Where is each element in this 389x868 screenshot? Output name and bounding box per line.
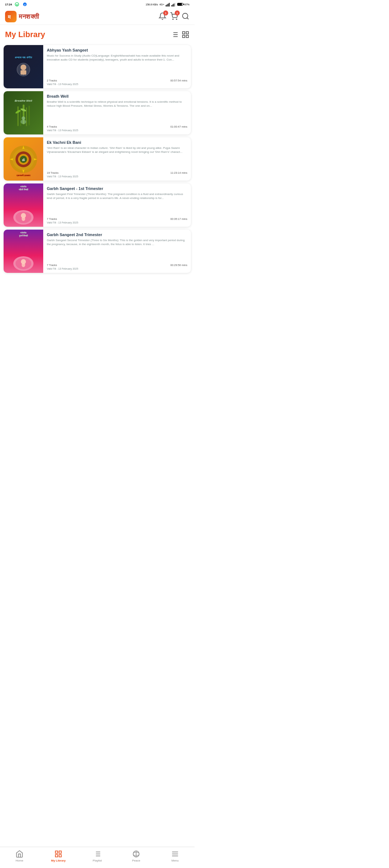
- time: 17:24: [5, 3, 12, 6]
- status-bar: 17:24 W f 158.8 KB/s 4G+ 87%: [0, 0, 194, 9]
- card-thumbnail-garbh2: गर्भसंगीतदुसरी तिमाही: [4, 230, 43, 273]
- card-title: Abhyas Yash Sangeet: [47, 48, 187, 52]
- library-card[interactable]: अभ्यास यश-संगीत ♪ Abhyas Yash Sangeet Mu…: [4, 45, 191, 88]
- svg-rect-10: [174, 4, 174, 6]
- library-card[interactable]: गर्भसंगीतदुसरी तिमाही Garbh Sangeet 2nd …: [4, 230, 191, 273]
- card-description: Garbh Sangeet Second Trimester (Three to…: [47, 238, 187, 246]
- library-list: अभ्यास यश-संगीत ♪ Abhyas Yash Sangeet Mu…: [0, 42, 194, 276]
- svg-rect-11: [175, 3, 175, 6]
- search-button[interactable]: [182, 12, 189, 21]
- app-logo[interactable]: म: [5, 11, 17, 22]
- svg-rect-25: [186, 35, 188, 37]
- nav-icons: 1 1: [158, 12, 189, 21]
- valid-till: Valid Till - 13 February 2025: [47, 221, 187, 224]
- card-thumbnail-ekvachni: ॐ एकवचनी एकबाणा: [4, 137, 43, 181]
- svg-text:♪: ♪: [23, 74, 24, 76]
- svg-point-38: [22, 116, 25, 120]
- svg-rect-23: [183, 32, 185, 34]
- grid-view-toggle[interactable]: [182, 31, 189, 39]
- card-content: Breath Well Breathe Well is a scientific…: [43, 91, 191, 134]
- track-count: 2 Tracks: [47, 79, 57, 82]
- duration: 00:29:56 mins: [170, 264, 187, 267]
- card-title: Breath Well: [47, 94, 187, 98]
- svg-text:ॐ: ॐ: [22, 158, 25, 162]
- card-content: Abhyas Yash Sangeet Music for Success in…: [43, 45, 191, 88]
- svg-rect-9: [173, 4, 173, 6]
- svg-rect-35: [28, 106, 30, 125]
- facebook-icon: f: [22, 2, 28, 6]
- svg-rect-26: [183, 35, 185, 37]
- library-card[interactable]: ॐ एकवचनी एकबाणा Ek Vachni Ek Bani 'Shri …: [4, 137, 191, 181]
- valid-till: Valid Till - 13 February 2025: [47, 83, 187, 85]
- svg-rect-8: [171, 5, 172, 6]
- card-title: Garbh Sangeet - 1st Trimester: [47, 186, 187, 191]
- card-description: Music for Success in Study (Audio CD)Lan…: [47, 54, 187, 62]
- app-name: मनशक्ती: [19, 13, 39, 21]
- library-card[interactable]: गर्भसंगीतपहिली तिमाही Garbh Sangeet - 1s…: [4, 183, 191, 227]
- svg-text:W: W: [16, 4, 18, 6]
- card-content: Ek Vachni Ek Bani 'Shri Ram' is an ideal…: [43, 137, 191, 181]
- card-meta: 19 Tracks 11:23:14 mins: [47, 171, 187, 174]
- svg-rect-7: [169, 3, 170, 6]
- page-header: My Library: [0, 25, 194, 42]
- card-title: Garbh Sangeet 2nd Trimester: [47, 232, 187, 237]
- notification-badge: 1: [163, 10, 168, 15]
- valid-till: Valid Till - 13 February 2025: [47, 267, 187, 270]
- notification-button[interactable]: 1: [158, 12, 166, 21]
- search-icon: [182, 12, 189, 20]
- card-meta: 2 Tracks 00:57:54 mins: [47, 79, 187, 82]
- status-left: 17:24 W f: [5, 2, 28, 6]
- card-title: Ek Vachni Ek Bani: [47, 140, 187, 145]
- svg-rect-5: [167, 4, 167, 6]
- library-card[interactable]: Breathe Well Breat: [4, 91, 191, 134]
- list-view-toggle[interactable]: [171, 31, 179, 39]
- svg-text:f: f: [24, 3, 26, 6]
- track-count: 19 Tracks: [47, 171, 59, 174]
- svg-point-15: [183, 13, 188, 19]
- card-meta: 4 Tracks 01:00:47 mins: [47, 125, 187, 128]
- card-thumbnail-garbh1: गर्भसंगीतपहिली तिमाही: [4, 183, 43, 227]
- card-thumbnail-breathe: Breathe Well: [4, 91, 43, 134]
- valid-till: Valid Till - 13 February 2025: [47, 129, 187, 132]
- svg-rect-4: [166, 5, 166, 6]
- network-speed: 158.8 KB/s: [146, 3, 158, 6]
- card-description: Garbh Sangeet First Trimester (Three Mon…: [47, 192, 187, 200]
- view-toggles: [171, 31, 189, 39]
- svg-point-13: [173, 19, 173, 19]
- svg-rect-34: [26, 107, 27, 126]
- top-nav: म मनशक्ती 1 1: [0, 9, 194, 25]
- battery-percent: 87%: [184, 3, 189, 6]
- signal-icon: [166, 2, 170, 6]
- duration: 11:23:14 mins: [170, 171, 187, 174]
- duration: 01:00:47 mins: [170, 125, 187, 128]
- network-type: 4G+: [160, 3, 164, 6]
- svg-rect-6: [168, 4, 169, 6]
- whatsapp-icon: W: [14, 2, 20, 6]
- svg-point-14: [176, 19, 177, 19]
- card-meta: 7 Tracks 00:29:56 mins: [47, 264, 187, 267]
- svg-point-28: [21, 65, 26, 70]
- duration: 00:35:17 mins: [170, 217, 187, 221]
- track-count: 7 Tracks: [47, 264, 57, 267]
- card-content: Garbh Sangeet 2nd Trimester Garbh Sangee…: [43, 230, 191, 273]
- svg-point-57: [22, 263, 25, 267]
- battery-icon: [177, 3, 183, 6]
- duration: 00:57:54 mins: [170, 79, 187, 82]
- logo-area: म मनशक्ती: [5, 11, 39, 22]
- card-content: Garbh Sangeet - 1st Trimester Garbh Sang…: [43, 183, 191, 227]
- card-description: 'Shri Ram' is an ideal character in Indi…: [47, 146, 187, 154]
- svg-rect-24: [186, 32, 188, 34]
- svg-point-39: [21, 120, 26, 124]
- status-right: 158.8 KB/s 4G+ 87%: [146, 2, 189, 6]
- card-description: Breathe Well is a scientific technique t…: [47, 100, 187, 108]
- card-meta: 7 Tracks 00:35:17 mins: [47, 217, 187, 221]
- track-count: 7 Tracks: [47, 217, 57, 221]
- cart-button[interactable]: 1: [170, 12, 178, 21]
- card-thumbnail-abhyas: अभ्यास यश-संगीत ♪: [4, 45, 43, 88]
- svg-rect-31: [17, 106, 19, 126]
- track-count: 4 Tracks: [47, 125, 57, 128]
- page-title: My Library: [5, 30, 45, 39]
- svg-line-16: [187, 18, 188, 19]
- svg-text:म: म: [8, 14, 11, 20]
- cart-badge: 1: [175, 10, 180, 15]
